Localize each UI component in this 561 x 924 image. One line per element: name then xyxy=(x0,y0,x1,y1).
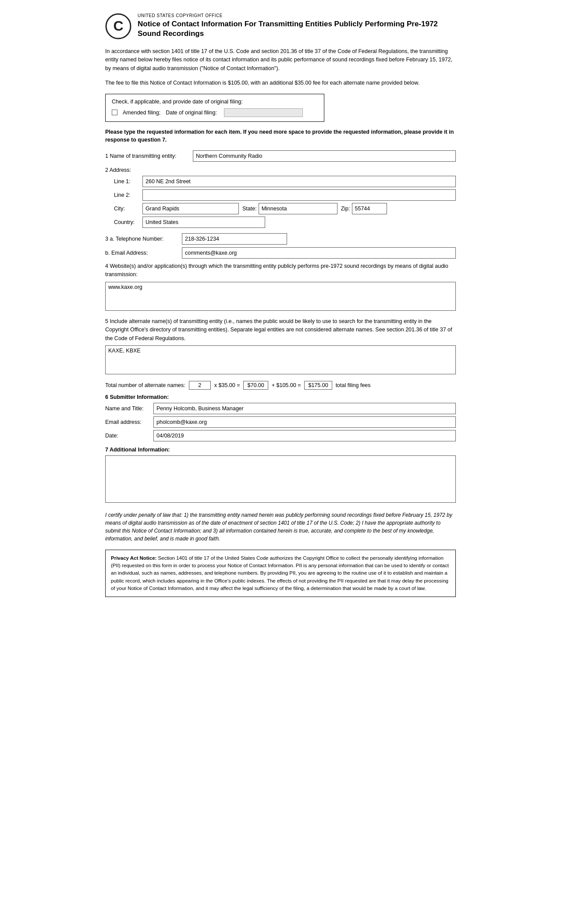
date-label: Date: xyxy=(105,433,153,439)
privacy-title: Privacy Act Notice: xyxy=(111,555,156,561)
date-of-original-label: Date of original filing: xyxy=(166,110,217,116)
copyright-office-logo: C xyxy=(105,13,131,39)
addr-line2-input[interactable] xyxy=(142,189,456,201)
city-state-zip-row: City: State: Zip: xyxy=(114,203,456,214)
line2-label: Line 2: xyxy=(114,192,142,198)
fee-suffix: total filing fees xyxy=(336,382,371,388)
item5-textarea[interactable]: KAXE, KBXE xyxy=(105,345,456,374)
intro-paragraph1: In accordance with section 1401 of title… xyxy=(105,47,456,73)
item7-label: 7 Additional Information: xyxy=(105,447,456,453)
item4-section: 4 Website(s) and/or application(s) throu… xyxy=(105,262,456,312)
submitter-email-input[interactable] xyxy=(153,416,456,428)
item2-section: 2 Address: Line 1: Line 2: City: State: … xyxy=(105,167,456,228)
fee-label: Total number of alternate names: xyxy=(105,382,185,388)
date-of-original-input[interactable] xyxy=(224,108,303,117)
country-label: Country: xyxy=(114,219,142,225)
country-row: Country: xyxy=(114,217,456,228)
fee-multiplier: x $35.00 = xyxy=(214,382,240,388)
privacy-text: Section 1401 of title 17 of the United S… xyxy=(111,555,449,591)
item7-textarea[interactable] xyxy=(105,455,456,503)
name-title-row: Name and Title: xyxy=(105,403,456,414)
agency-name: UNITED STATES COPYRIGHT OFFICE xyxy=(138,13,456,18)
addr-line2-row: Line 2: xyxy=(114,189,456,201)
certification-text: I certify under penalty of law that: 1) … xyxy=(105,511,456,543)
checkbox-row: Amended filing; Date of original filing: xyxy=(112,108,318,117)
item1-row: 1 Name of transmitting entity: xyxy=(105,150,456,162)
phone-label: 3 a. Telephone Number: xyxy=(105,236,182,242)
box-label: Check, if applicable, and provide date o… xyxy=(112,99,318,105)
city-input[interactable] xyxy=(142,203,239,214)
item4-textarea[interactable]: www.kaxe.org xyxy=(105,282,456,311)
state-input[interactable] xyxy=(259,203,337,214)
fee-plus: + $105.00 = xyxy=(272,382,301,388)
name-title-label: Name and Title: xyxy=(105,405,153,412)
entity-name-input[interactable] xyxy=(193,150,456,162)
item6-section: 6 Submitter Information: Name and Title:… xyxy=(105,394,456,441)
amended-filing-section: Check, if applicable, and provide date o… xyxy=(105,94,324,122)
email-label: b. Email Address: xyxy=(105,250,182,256)
item2-label: 2 Address: xyxy=(105,167,175,173)
line1-label: Line 1: xyxy=(114,178,142,185)
bold-instruction: Please type the requested information fo… xyxy=(105,128,456,145)
zip-label: Zip: xyxy=(341,206,350,212)
privacy-notice: Privacy Act Notice: Section 1401 of titl… xyxy=(105,550,456,597)
zip-input[interactable] xyxy=(352,203,387,214)
item5-label: 5 Include alternate name(s) of transmitt… xyxy=(105,317,456,343)
amended-label: Amended filing; xyxy=(123,110,160,116)
addr-line1-row: Line 1: xyxy=(114,176,456,187)
submitter-email-row: Email address: xyxy=(105,416,456,428)
fee-subtotal: $70.00 xyxy=(243,381,268,390)
page-header: C UNITED STATES COPYRIGHT OFFICE Notice … xyxy=(105,13,456,39)
item6-label: 6 Submitter Information: xyxy=(105,394,456,400)
name-title-input[interactable] xyxy=(153,403,456,414)
item5-section: 5 Include alternate name(s) of transmitt… xyxy=(105,317,456,376)
date-input[interactable] xyxy=(153,430,456,441)
email-row: b. Email Address: xyxy=(105,247,456,259)
addr-line1-input[interactable] xyxy=(142,176,456,187)
amended-checkbox[interactable] xyxy=(112,110,117,115)
phone-input[interactable] xyxy=(182,233,287,245)
address-grid: Line 1: Line 2: City: State: Zip: Countr… xyxy=(114,176,456,228)
country-input[interactable] xyxy=(142,217,265,228)
email-input[interactable] xyxy=(182,247,456,259)
svg-text:C: C xyxy=(113,18,123,34)
page-title: Notice of Contact Information For Transm… xyxy=(138,19,456,39)
item7-section: 7 Additional Information: xyxy=(105,447,456,504)
submitter-email-label: Email address: xyxy=(105,419,153,425)
city-label: City: xyxy=(114,206,142,212)
date-row: Date: xyxy=(105,430,456,441)
state-label: State: xyxy=(242,206,257,212)
item4-label: 4 Website(s) and/or application(s) throu… xyxy=(105,262,456,279)
item1-label: 1 Name of transmitting entity: xyxy=(105,153,193,159)
fee-total: $175.00 xyxy=(304,381,332,390)
fee-row: Total number of alternate names: 2 x $35… xyxy=(105,381,456,390)
fee-count: 2 xyxy=(189,381,211,390)
item2-label-row: 2 Address: xyxy=(105,167,456,173)
phone-row: 3 a. Telephone Number: xyxy=(105,233,456,245)
intro-paragraph2: The fee to file this Notice of Contact I… xyxy=(105,79,456,87)
